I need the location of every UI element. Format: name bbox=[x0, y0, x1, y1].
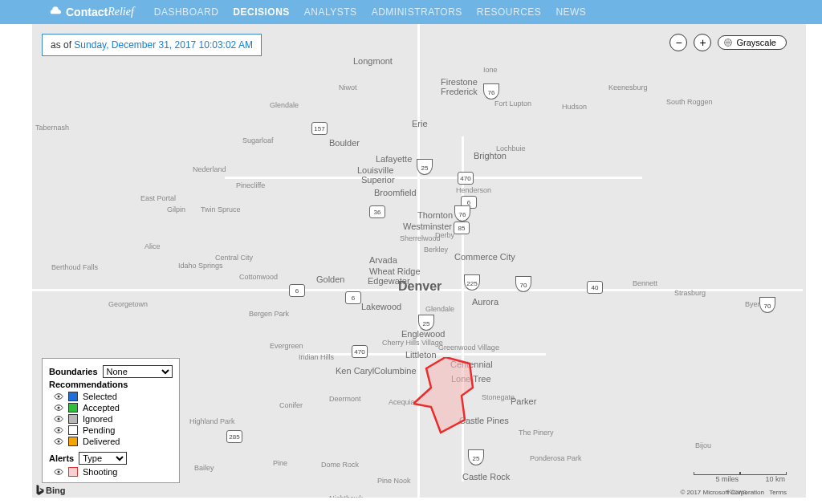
legend-rec-label: Selected bbox=[83, 392, 117, 401]
legend-rec-row[interactable]: Selected bbox=[49, 391, 173, 402]
place-label: Indian Hills bbox=[299, 353, 334, 361]
eye-icon bbox=[54, 425, 63, 435]
globe-icon bbox=[723, 38, 733, 47]
hwy-shield: 6 bbox=[289, 284, 305, 297]
place-label: Fort Lupton bbox=[494, 100, 531, 108]
map-copyright: © 2017 Microsoft Corporation Terms bbox=[680, 489, 787, 496]
place-label: Acequia bbox=[389, 398, 415, 406]
place-label: The Pinery bbox=[519, 429, 554, 437]
boundaries-header: Boundaries None bbox=[49, 365, 173, 378]
hwy-shield: 6 bbox=[345, 291, 361, 304]
place-label: Boulder bbox=[329, 138, 360, 148]
scale-km: 10 km bbox=[765, 475, 785, 483]
legend-alert-label: Shooting bbox=[83, 467, 117, 477]
place-label: Superior bbox=[361, 175, 395, 185]
eye-icon bbox=[54, 414, 63, 424]
bing-logo[interactable]: Bing bbox=[35, 485, 65, 496]
scale-miles: 5 miles bbox=[715, 475, 739, 483]
place-label: Wheat Ridge bbox=[369, 266, 421, 276]
alerts-select[interactable]: Type bbox=[79, 452, 127, 465]
zoom-out-button[interactable] bbox=[669, 34, 687, 51]
swatch-blue bbox=[68, 392, 78, 401]
alerts-label: Alerts bbox=[49, 453, 74, 463]
road bbox=[225, 177, 642, 179]
place-label: Hudson bbox=[562, 103, 587, 111]
place-label: Ponderosa Park bbox=[530, 454, 582, 462]
nav-news[interactable]: NEWS bbox=[555, 6, 586, 18]
svg-point-7 bbox=[58, 471, 60, 474]
eye-icon bbox=[54, 437, 63, 446]
nav-decisions[interactable]: DECISIONS bbox=[233, 6, 290, 18]
place-label: Nederland bbox=[193, 165, 226, 173]
svg-point-4 bbox=[58, 418, 60, 421]
app-header: ContactRelief DASHBOARD DECISIONS ANALYS… bbox=[0, 0, 822, 24]
timestamp-box: as of Sunday, December 31, 2017 10:03:02… bbox=[42, 34, 262, 56]
place-label: Columbine bbox=[374, 366, 417, 376]
legend-alert-row[interactable]: Shooting bbox=[49, 466, 173, 478]
style-label: Grayscale bbox=[736, 38, 776, 47]
svg-point-5 bbox=[58, 429, 60, 432]
nav-resources[interactable]: RESOURCES bbox=[477, 6, 542, 18]
brand-logo[interactable]: ContactRelief bbox=[48, 6, 134, 18]
place-label: Lochbuie bbox=[496, 144, 526, 152]
place-label: Henderson bbox=[456, 186, 491, 194]
svg-point-3 bbox=[58, 407, 60, 409]
place-label: Castle Rock bbox=[462, 472, 510, 482]
place-label: Erie bbox=[412, 119, 428, 128]
place-label: Tabernash bbox=[35, 124, 69, 132]
scale-bar: 5 miles 10 km bbox=[694, 474, 787, 483]
place-label: Pine bbox=[273, 459, 287, 467]
nav-dashboard[interactable]: DASHBOARD bbox=[154, 6, 219, 18]
place-label: Bijou bbox=[695, 441, 711, 449]
legend-rec-row[interactable]: Delivered bbox=[49, 436, 173, 447]
place-label: Sugarloaf bbox=[242, 136, 274, 144]
swatch-green bbox=[68, 403, 78, 413]
hwy-shield: 470 bbox=[352, 345, 368, 358]
place-label: Glendale bbox=[425, 305, 454, 313]
bing-text: Bing bbox=[46, 486, 65, 495]
nav-analysts[interactable]: ANALYSTS bbox=[304, 6, 357, 18]
hwy-shield: 157 bbox=[311, 122, 328, 135]
timestamp-value: Sunday, December 31, 2017 10:03:02 AM bbox=[74, 39, 253, 51]
nav-administrators[interactable]: ADMINISTRATORS bbox=[372, 6, 462, 18]
eye-icon bbox=[54, 403, 63, 413]
place-label: Englewood bbox=[401, 329, 445, 339]
svg-point-6 bbox=[58, 441, 60, 443]
alerts-header: Alerts Type bbox=[49, 452, 173, 465]
place-label: Stonegate bbox=[482, 393, 515, 401]
place-label: Bennett bbox=[633, 279, 657, 287]
place-label: Golden bbox=[316, 274, 344, 284]
place-label: Central City bbox=[215, 254, 253, 262]
map-canvas[interactable]: as of Sunday, December 31, 2017 10:03:02… bbox=[32, 24, 806, 498]
brand-name-bold: Contact bbox=[66, 6, 108, 18]
hwy-shield: 25 bbox=[417, 162, 433, 175]
eye-icon bbox=[54, 467, 63, 477]
place-label: Ione bbox=[483, 66, 498, 74]
swatch-orange bbox=[68, 437, 78, 446]
recommendations-label: Recommendations bbox=[49, 380, 128, 389]
legend-rec-row[interactable]: Pending bbox=[49, 425, 173, 436]
copyright-text: © 2017 Microsoft Corporation bbox=[680, 489, 764, 496]
terms-link[interactable]: Terms bbox=[769, 489, 787, 496]
legend-rec-row[interactable]: Accepted bbox=[49, 402, 173, 413]
alert-polygon[interactable] bbox=[413, 357, 478, 437]
swatch-red bbox=[68, 467, 78, 477]
boundaries-select[interactable]: None bbox=[103, 365, 173, 378]
style-toggle[interactable]: Grayscale bbox=[718, 35, 787, 50]
place-label: Firestone bbox=[441, 77, 478, 87]
cloud-icon bbox=[48, 6, 63, 18]
legend-rec-row[interactable]: Ignored bbox=[49, 413, 173, 425]
place-label: Louisville bbox=[357, 165, 393, 175]
main-nav: DASHBOARD DECISIONS ANALYSTS ADMINISTRAT… bbox=[154, 6, 587, 18]
place-label: Twin Spruce bbox=[201, 205, 241, 213]
boundaries-label: Boundaries bbox=[49, 367, 98, 376]
place-label: South Roggen bbox=[666, 98, 713, 106]
hwy-shield: 470 bbox=[458, 172, 474, 185]
zoom-in-button[interactable] bbox=[694, 34, 711, 51]
place-label: Nighthawk bbox=[329, 494, 363, 498]
swatch-white bbox=[68, 425, 78, 435]
place-label: Lafayette bbox=[376, 154, 412, 164]
place-label: Westminster bbox=[403, 222, 452, 231]
map-controls: Grayscale bbox=[669, 34, 787, 51]
legend-rec-label: Ignored bbox=[83, 414, 112, 424]
